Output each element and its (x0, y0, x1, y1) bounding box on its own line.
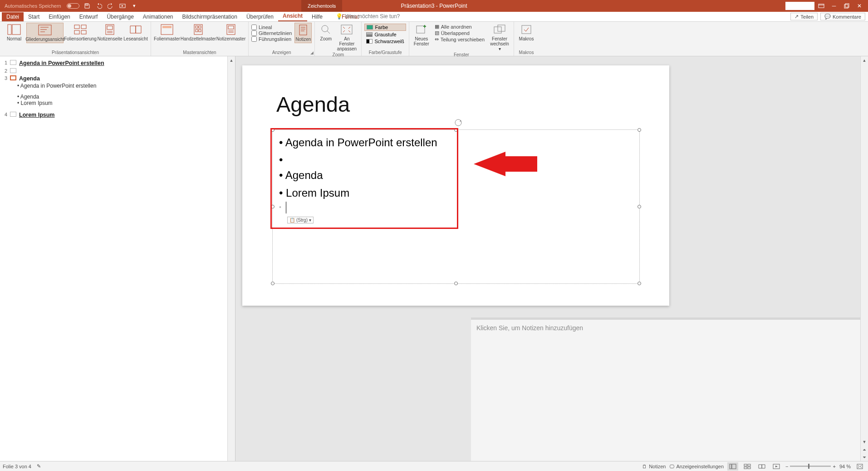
dialog-launcher-show[interactable]: ◢ (310, 50, 314, 55)
tab-transitions[interactable]: Übergänge (102, 12, 138, 21)
view-outline-button[interactable]: Gliederungsansicht (26, 23, 64, 43)
scroll-down-icon[interactable]: ▼ (861, 438, 868, 446)
list-item[interactable]: Agenda in PowerPoint erstellen (279, 134, 437, 151)
tab-animations[interactable]: Animationen (138, 12, 178, 21)
list-item[interactable]: Lorem Ipsum (279, 184, 437, 202)
view-notespage-button[interactable]: Notizenseite (97, 23, 123, 43)
gray-mode-button[interactable]: Graustufe (364, 31, 406, 38)
qat-more-icon[interactable]: ▼ (130, 2, 138, 10)
zoom-track[interactable] (790, 466, 831, 467)
sorter-view-icon[interactable] (742, 462, 753, 471)
zoom-button[interactable]: Zoom (318, 23, 334, 52)
notes-placeholder[interactable]: Klicken Sie, um Notizen hinzuzufügen (471, 320, 860, 336)
switch-window-button[interactable]: Fenster wechseln ▾ (488, 23, 511, 52)
outline-slide-4[interactable]: 4 Lorem Ipsum (4, 111, 231, 119)
zoom-level[interactable]: 94 % (839, 464, 851, 469)
outline-slide-3[interactable]: 3 Agenda (4, 74, 231, 83)
gridlines-checkbox[interactable]: Gitternetzlinien (251, 30, 292, 36)
undo-icon[interactable] (95, 2, 103, 10)
notes-master-button[interactable]: Notizenmaster (216, 23, 245, 42)
move-split-button[interactable]: ⇔Teilung verschieben (435, 36, 485, 42)
resize-handle[interactable] (638, 128, 641, 132)
start-from-beginning-icon[interactable] (118, 2, 127, 10)
autosave-toggle[interactable] (67, 3, 79, 9)
slide-scrollbar[interactable]: ▲ ▼ ⏶ ⏷ (860, 56, 868, 461)
outline-bullet[interactable]: • Lorem Ipsum (4, 100, 231, 106)
rotate-handle-icon[interactable] (454, 118, 463, 127)
zoom-in-icon[interactable]: + (833, 464, 835, 469)
display-settings-button[interactable]: 🖵Anzeigeeinstellungen (669, 464, 724, 469)
scroll-up-icon[interactable]: ▲ (861, 56, 868, 64)
tab-slideshow[interactable]: Bildschirmpräsentation (178, 12, 242, 21)
prev-slide-icon[interactable]: ⏶ (861, 446, 868, 453)
tab-start[interactable]: Start (24, 12, 44, 21)
view-sorter-button[interactable]: Foliensortierung (64, 23, 96, 43)
save-icon[interactable] (83, 2, 91, 10)
redo-icon[interactable] (107, 2, 115, 10)
slide-canvas[interactable]: Agenda Agenda in PowerPoint erstellen Ag… (242, 65, 669, 306)
bw-mode-button[interactable]: Schwarzweiß (364, 38, 406, 45)
handout-master-button[interactable]: Handzettelmaster (181, 23, 216, 42)
notes-status-button[interactable]: 🗒Notizen (642, 464, 666, 469)
new-window-button[interactable]: Neues Fenster (412, 23, 431, 52)
svg-rect-31 (730, 464, 731, 469)
ribbon-display-icon[interactable] (815, 0, 827, 11)
list-item[interactable]: Agenda (279, 167, 437, 184)
tab-design[interactable]: Entwurf (75, 12, 103, 21)
slide-title[interactable]: Agenda (19, 75, 40, 82)
outline-scrollbar[interactable]: ▲ (227, 56, 235, 461)
tab-file[interactable]: Datei (2, 12, 24, 21)
resize-handle[interactable] (638, 282, 641, 285)
fit-window-button[interactable]: An Fenster anpassen (335, 23, 358, 52)
outline-slide-1[interactable]: 1 Agenda in PowerPoint erstellen (4, 59, 231, 67)
outline-bullet[interactable]: • Agenda (4, 94, 231, 100)
list-item-empty[interactable] (279, 202, 437, 213)
comments-button[interactable]: 💬Kommentare (820, 13, 865, 20)
slideshow-view-icon[interactable] (771, 462, 782, 471)
arrange-all-button[interactable]: ▦Alle anordnen (435, 24, 485, 30)
cascade-button[interactable]: ▧Überlappend (435, 30, 485, 36)
notes-pane[interactable]: Klicken Sie, um Notizen hinzuzufügen (471, 320, 860, 461)
minimize-icon[interactable]: ─ (828, 0, 840, 11)
color-mode-button[interactable]: Farbe (364, 24, 406, 31)
guides-checkbox[interactable]: Führungslinien (251, 36, 292, 42)
tell-me[interactable]: 💡 Was möchten Sie tun? (336, 13, 400, 20)
ribbon: Normal Gliederungsansicht Foliensortieru… (0, 22, 868, 56)
tab-review[interactable]: Überprüfen (242, 12, 278, 21)
next-slide-icon[interactable]: ⏷ (861, 453, 868, 461)
outline-pane[interactable]: 1 Agenda in PowerPoint erstellen 2 3 Age… (0, 56, 235, 461)
slide-title-text[interactable]: Agenda (276, 92, 350, 117)
ruler-checkbox[interactable]: Lineal (251, 25, 292, 30)
maximize-icon[interactable] (841, 0, 853, 11)
view-normal-button[interactable]: Normal (3, 23, 25, 43)
view-reading-button[interactable]: Leseansicht (123, 23, 148, 43)
title-search-input[interactable] (785, 2, 814, 10)
new-window-label: Neues Fenster (413, 36, 430, 46)
outline-slide-2[interactable]: 2 (4, 67, 231, 74)
share-button[interactable]: ↗Teilen (790, 13, 818, 20)
slide-title[interactable]: Agenda in PowerPoint erstellen (19, 60, 104, 66)
normal-view-icon[interactable] (727, 462, 738, 471)
slide-counter[interactable]: Folie 3 von 4 (3, 464, 31, 469)
fit-zoom-icon[interactable] (854, 462, 865, 471)
zoom-out-icon[interactable]: − (785, 464, 788, 469)
notes-toggle-button[interactable]: Notizen (294, 23, 312, 43)
resize-handle[interactable] (638, 205, 641, 208)
content-list[interactable]: Agenda in PowerPoint erstellen Agenda Lo… (279, 134, 437, 213)
close-icon[interactable]: ✕ (853, 0, 865, 11)
paste-options-button[interactable]: 📋 (Strg) ▾ (287, 217, 314, 223)
slide-title[interactable]: Lorem Ipsum (19, 112, 55, 118)
scroll-up-icon[interactable]: ▲ (228, 56, 235, 64)
slide-area[interactable]: Agenda Agenda in PowerPoint erstellen Ag… (235, 56, 868, 461)
resize-handle[interactable] (454, 282, 458, 285)
slide-master-button[interactable]: Folienmaster (154, 23, 180, 42)
macros-button[interactable]: Makros (517, 23, 536, 42)
tab-help[interactable]: Hilfe (307, 12, 327, 21)
resize-handle[interactable] (271, 282, 275, 285)
tab-view[interactable]: Ansicht (278, 11, 307, 21)
tab-insert[interactable]: Einfügen (44, 12, 74, 21)
zoom-slider[interactable]: − + (785, 464, 836, 469)
reading-view-icon[interactable] (756, 462, 767, 471)
spellcheck-icon[interactable]: ✎ (37, 463, 41, 469)
outline-bullet[interactable]: • Agenda in PowerPoint erstellen (4, 83, 231, 89)
